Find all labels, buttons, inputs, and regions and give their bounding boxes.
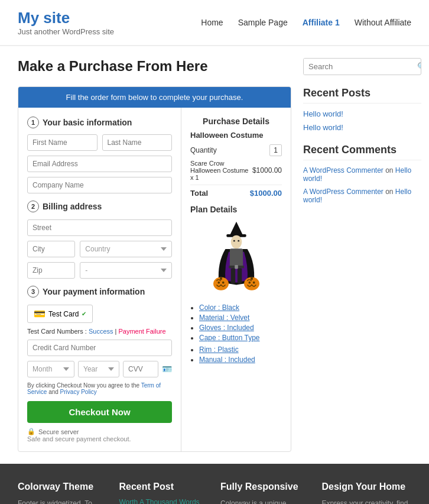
card-icon: 💳	[34, 308, 46, 319]
card-button-row: 💳 Test Card ✔	[27, 305, 172, 328]
section1-title: 1 Your basic information	[27, 117, 172, 128]
search-button[interactable]: 🔍	[412, 59, 421, 75]
product-name: Halloween Costume	[190, 131, 282, 140]
svg-rect-8	[230, 269, 235, 284]
svg-rect-9	[237, 269, 241, 284]
terms-text: By clicking Checkout Now you agree to th…	[27, 382, 172, 395]
svg-point-12	[217, 282, 220, 284]
detail-item-rim: Rim : Plastic	[199, 345, 282, 354]
comment-row-2: A WordPress Commenter on Hello world!	[303, 188, 421, 204]
detail-item-gloves: Gloves : Included	[199, 324, 282, 332]
check-icon: ✔	[82, 311, 86, 317]
footer-col1-text: Footer is widgetized. To setup the foote…	[18, 498, 108, 504]
failure-link[interactable]: Payment Failure	[118, 328, 165, 335]
name-row	[27, 134, 172, 151]
form-right: Purchase Details Halloween Costume Quant…	[181, 108, 291, 451]
last-name-input[interactable]	[102, 134, 173, 151]
year-select[interactable]: Year	[78, 361, 119, 377]
svg-rect-5	[229, 248, 242, 268]
quantity-row: Quantity 1	[190, 144, 282, 156]
footer-col3-title: Fully Responsive	[220, 482, 310, 492]
form-left: 1 Your basic information	[18, 108, 181, 451]
svg-rect-15	[251, 277, 253, 280]
city-country-row: Country	[27, 241, 172, 257]
quantity-label: Quantity	[190, 146, 217, 154]
site-title: My site	[18, 9, 114, 27]
expiry-row: Month Year 🪪	[27, 361, 172, 377]
form-body: 1 Your basic information	[18, 108, 291, 451]
zip-select[interactable]: -	[80, 262, 172, 279]
item-row: Scare Crow Halloween Costume x 1 $1000.0…	[190, 160, 282, 181]
detail-item-color: Color : Black	[199, 303, 282, 312]
secure-subtext: Safe and secure payment checkout.	[27, 435, 172, 442]
zip-input[interactable]	[27, 262, 75, 279]
detail-list1: Color : Black Material : Velvet Gloves :…	[190, 303, 282, 342]
total-value: $1000.00	[250, 189, 282, 198]
card-btn-label: Test Card	[48, 310, 79, 318]
footer-col-3: Fully Responsive Colorway is a unique re…	[220, 482, 310, 504]
checkout-button[interactable]: Checkout Now	[27, 401, 172, 423]
company-input[interactable]	[27, 177, 172, 193]
total-row: Total $1000.00	[190, 185, 282, 198]
country-select[interactable]: Country	[80, 241, 172, 257]
section2-title: 2 Billing address	[27, 201, 172, 212]
comment-author-1[interactable]: A WordPress Commenter	[303, 166, 384, 175]
section1-num: 1	[27, 117, 39, 128]
nav-home[interactable]: Home	[201, 18, 223, 27]
street-input[interactable]	[27, 219, 172, 236]
city-input[interactable]	[27, 241, 75, 257]
section2-num: 2	[27, 201, 39, 212]
quantity-value: 1	[269, 144, 282, 156]
site-branding: My site Just another WordPress site	[18, 9, 114, 36]
main-nav: Home Sample Page Affiliate 1 Without Aff…	[201, 18, 411, 27]
email-input[interactable]	[27, 156, 172, 172]
detail-item-material: Material : Velvet	[199, 314, 282, 322]
item-price: $1000.00	[252, 166, 282, 175]
recent-comments-title: Recent Comments	[303, 144, 421, 160]
svg-point-17	[252, 282, 255, 284]
section3-num: 3	[27, 286, 39, 298]
comment-row-1: A WordPress Commenter on Hello world!	[303, 166, 421, 183]
comment-author-2[interactable]: A WordPress Commenter	[303, 188, 384, 196]
post-link-1[interactable]: Hello world!	[303, 109, 421, 118]
privacy-link[interactable]: Privacy Policy	[60, 389, 97, 395]
first-name-input[interactable]	[27, 134, 98, 151]
svg-point-16	[248, 282, 251, 284]
nav-affiliate1[interactable]: Affiliate 1	[303, 18, 340, 27]
detail-list2: Rim : Plastic Manual : Included	[190, 345, 282, 364]
secure-row: 🔒 Secure server	[27, 428, 172, 435]
form-header: Fill the order form below to complete yo…	[18, 87, 291, 108]
post-link-2[interactable]: Hello world!	[303, 123, 421, 132]
zip-row: -	[27, 262, 172, 279]
cvv-input[interactable]	[123, 361, 158, 377]
costume-svg	[207, 219, 266, 296]
svg-rect-11	[220, 277, 222, 280]
footer-link1[interactable]: Worth A Thousand Words	[119, 498, 209, 504]
plan-title: Plan Details	[190, 205, 282, 214]
svg-point-3	[233, 240, 235, 242]
detail-item-cape: Cape : Button Type	[199, 334, 282, 342]
search-box: 🔍	[303, 58, 421, 75]
section3-title: 3 Your payment information	[27, 286, 172, 298]
search-input[interactable]	[304, 59, 412, 75]
page-title: Make a Purchase From Here	[18, 58, 291, 75]
street-row	[27, 219, 172, 236]
footer-col-2: Recent Post Worth A Thousand Words Categ…	[119, 482, 209, 504]
credit-card-row	[27, 340, 172, 356]
recent-comments-section: Recent Comments A WordPress Commenter on…	[303, 144, 421, 204]
nav-without-affiliate[interactable]: Without Affiliate	[355, 18, 411, 27]
nav-sample-page[interactable]: Sample Page	[238, 18, 288, 27]
detail-item-manual: Manual : Included	[199, 356, 282, 364]
cvv-icon: 🪪	[162, 364, 172, 374]
month-select[interactable]: Month	[27, 361, 74, 377]
recent-posts-section: Recent Posts Hello world! Hello world!	[303, 87, 421, 132]
svg-point-13	[222, 282, 224, 284]
svg-rect-7	[235, 265, 238, 269]
total-label: Total	[190, 189, 208, 198]
costume-image	[190, 219, 282, 298]
email-row	[27, 156, 172, 172]
credit-card-input[interactable]	[27, 340, 172, 356]
card-btn[interactable]: 💳 Test Card ✔	[27, 305, 93, 323]
site-header: My site Just another WordPress site Home…	[0, 0, 429, 46]
success-link[interactable]: Success	[89, 328, 113, 335]
